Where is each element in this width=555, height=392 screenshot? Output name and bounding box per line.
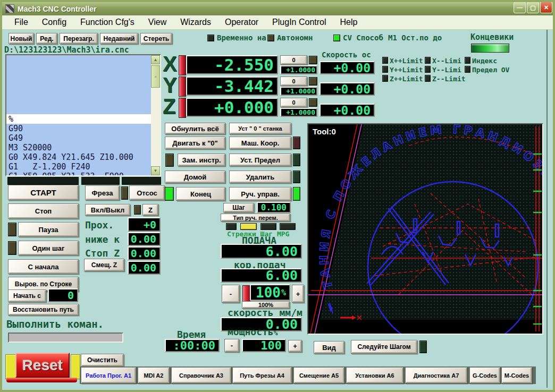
start-button[interactable]: СТАРТ (8, 185, 79, 200)
tab-m-codes[interactable]: M-Codes (501, 367, 532, 384)
jog-mode-button[interactable]: Тип руч. перем. (221, 214, 290, 221)
feed-minus-button[interactable]: - (222, 285, 240, 303)
maximize-button[interactable]: ▢ (527, 2, 539, 13)
dro-Y-value[interactable]: -3.442 (186, 76, 278, 96)
stop-button[interactable]: Стоп (8, 203, 79, 219)
toolpath-display[interactable]: ТАНИЯ С ПОЖЕЛАНИЕМ ГРАНДИОЗНЫХ УСПЕХОВ (307, 123, 543, 335)
remove-button[interactable]: Удалить (229, 171, 291, 183)
dro-X-value[interactable]: -2.550 (186, 55, 278, 74)
run-from-button[interactable]: Начать с (8, 289, 46, 302)
mach3-window: Mach3 CNC Controller — ▢ ✕ FileConfigFun… (0, 0, 555, 392)
tab-справочник-a3[interactable]: Справочник A3 (171, 367, 231, 384)
time-title: Время (177, 329, 206, 340)
axis-speed-Y-display: +0.00 (319, 82, 375, 96)
toolbar-перезагр[interactable]: Перезагр. (60, 33, 98, 44)
run-from-line-display: 0 (48, 288, 78, 302)
feed-override-slider[interactable] (242, 285, 250, 303)
follow-step-button[interactable]: Следуйте Шагом (351, 340, 417, 354)
reset-flash-right (71, 354, 80, 379)
power-plus-button[interactable]: + (288, 340, 302, 352)
tab-установки-a6[interactable]: Установки A6 (346, 367, 403, 384)
led-z (134, 205, 141, 215)
power-display: 100 (242, 339, 286, 352)
menu-file[interactable]: File (7, 18, 35, 27)
gcode-line[interactable]: G1 X50.085 Y21.533 F900 (6, 172, 151, 176)
end-button[interactable]: Конец (176, 187, 225, 201)
power-minus-button[interactable]: - (224, 339, 239, 352)
scroll-thumb[interactable]: ≡ (151, 65, 160, 88)
offset-z-button[interactable]: Смещ. Z (84, 259, 124, 271)
flag-label: CV Способ (343, 33, 383, 42)
vacuum-button[interactable]: Отсос (129, 185, 165, 200)
led-jog-arrows (226, 223, 237, 230)
menu-view[interactable]: View (141, 18, 173, 27)
feed-plus-button[interactable]: + (292, 285, 304, 303)
flag-label: Автономн (277, 33, 313, 42)
led-jog-step (240, 223, 257, 230)
view-button[interactable]: Вид (314, 341, 344, 354)
command-label: Выполнить коман. (6, 318, 104, 330)
limit-switches-indicator (471, 44, 509, 53)
zero-X-button[interactable]: 0 (280, 55, 307, 65)
gcode-listing[interactable]: %G90G49M3 S20000G0 X49.824 Y21.645 Z10.0… (5, 54, 161, 176)
machine-zero-button[interactable]: Уст " 0 " станка (229, 123, 291, 134)
menu-plugin-control[interactable]: PlugIn Control (265, 18, 333, 27)
mill-button[interactable]: Фреза (85, 185, 120, 200)
toolbar-недавний[interactable]: Недавний (100, 33, 138, 44)
scroll-down-icon[interactable]: ▼ (151, 166, 160, 175)
dro-Z-value[interactable]: +0.000 (186, 98, 278, 117)
zero-all-button[interactable]: Обнулить всё (165, 123, 225, 134)
z-button[interactable]: Z (142, 204, 158, 216)
gcode-line[interactable]: % (6, 114, 151, 124)
display-strip (7, 177, 79, 185)
zero-Y-button[interactable]: 0 (280, 76, 307, 86)
gcode-line[interactable]: M3 S20000 (6, 143, 151, 152)
menu-wizards[interactable]: Wizards (173, 18, 218, 27)
tool-change-button[interactable]: Зам. инстр. (178, 154, 225, 166)
toolbar-ред[interactable]: Ред. (36, 33, 57, 44)
display-strip (122, 177, 161, 185)
command-input[interactable] (8, 333, 123, 343)
pause-button[interactable]: Пауза (18, 222, 79, 237)
tab-смещение-a5[interactable]: Смещение A5 (293, 367, 344, 384)
led-pause (8, 223, 16, 236)
restore-path-button[interactable]: Восстановить путь (8, 304, 79, 316)
scroll-up-icon[interactable]: ▲ (151, 55, 160, 64)
clear-button[interactable]: Очистить (81, 354, 124, 367)
toolbar-новый[interactable]: Новый (9, 33, 34, 44)
tab-mdi-a2[interactable]: MDI A2 (138, 367, 170, 384)
reset-button[interactable]: Reset (15, 353, 70, 378)
tab-путь-фрезы-a4[interactable]: Путь Фрезы A4 (232, 367, 292, 384)
tab-работа-прог-a1[interactable]: Работа Прог. A1 (81, 367, 136, 384)
single-step-button[interactable]: Один шаг (18, 241, 79, 255)
gcode-line[interactable]: G1 Z-1.200 F240 (6, 162, 151, 172)
step-button[interactable]: Шаг (223, 203, 254, 212)
menu-operator[interactable]: Operator (218, 18, 265, 27)
soft-limits-button[interactable]: Уст. Предел (229, 154, 291, 166)
gcode-scrollbar[interactable]: ▲ ≡ ▼ (151, 55, 160, 175)
feed-display: 6.00 (221, 244, 302, 259)
home-button[interactable]: Домой (165, 171, 225, 183)
tab-диагностика-a7[interactable]: Диагностика A7 (405, 367, 467, 384)
scale-X-display: +1.0000 (280, 65, 317, 74)
close-button[interactable]: ✕ (540, 2, 552, 13)
gcode-line[interactable]: G49 (6, 133, 151, 143)
led-limit (425, 57, 431, 64)
goto-zero-button[interactable]: Двигать к "0" (165, 137, 225, 149)
zero-Z-button[interactable]: 0 (280, 98, 307, 107)
led-cv-mode (333, 35, 340, 41)
gcode-line[interactable]: G0 X49.824 Y21.645 Z10.000 (6, 152, 151, 162)
rewind-button[interactable]: С начала (8, 259, 79, 274)
machine-coords-button[interactable]: Маш. Коор. (229, 137, 291, 149)
minimize-button[interactable]: — (514, 2, 526, 13)
jog-button[interactable]: Руч. управ. (229, 187, 291, 201)
tab-g-codes[interactable]: G-Codes (469, 367, 500, 384)
menu-function-cfg-s[interactable]: Function Cfg's (73, 18, 141, 27)
limit-label: Индекс (472, 57, 497, 65)
led-scale-Z (309, 98, 317, 107)
gcode-line[interactable]: G90 (6, 124, 151, 133)
toolbar-стереть[interactable]: Стереть (140, 33, 172, 44)
menu-help[interactable]: Help (333, 18, 365, 27)
onoff-button[interactable]: Вкл/Выкл (85, 204, 130, 216)
menu-config[interactable]: Config (35, 18, 73, 27)
